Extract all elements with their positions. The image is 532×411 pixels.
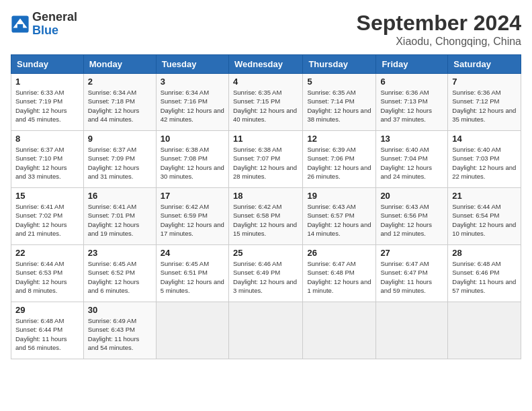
calendar-cell: 7 Sunrise: 6:36 AMSunset: 7:12 PMDayligh…: [448, 74, 521, 131]
calendar-cell: 30 Sunrise: 6:49 AMSunset: 6:43 PMDaylig…: [83, 302, 156, 359]
calendar-cell: 15 Sunrise: 6:41 AMSunset: 7:02 PMDaylig…: [11, 188, 84, 245]
day-info: Sunrise: 6:35 AMSunset: 7:14 PMDaylight:…: [307, 88, 371, 124]
day-info: Sunrise: 6:37 AMSunset: 7:10 PMDaylight:…: [15, 145, 79, 181]
day-info: Sunrise: 6:48 AMSunset: 6:44 PMDaylight:…: [15, 316, 79, 352]
day-number: 15: [15, 191, 79, 201]
day-header-sunday: Sunday: [11, 55, 84, 74]
day-header-thursday: Thursday: [303, 55, 376, 74]
day-number: 9: [88, 134, 152, 144]
calendar-cell: 24 Sunrise: 6:45 AMSunset: 6:51 PMDaylig…: [156, 245, 228, 302]
day-info: Sunrise: 6:35 AMSunset: 7:15 PMDaylight:…: [233, 88, 298, 124]
calendar-cell: [228, 302, 302, 359]
calendar-cell: 18 Sunrise: 6:42 AMSunset: 6:58 PMDaylig…: [228, 188, 302, 245]
day-info: Sunrise: 6:36 AMSunset: 7:13 PMDaylight:…: [380, 88, 443, 124]
calendar-cell: 10 Sunrise: 6:38 AMSunset: 7:08 PMDaylig…: [156, 131, 228, 188]
day-info: Sunrise: 6:38 AMSunset: 7:08 PMDaylight:…: [161, 145, 224, 181]
day-number: 14: [452, 134, 517, 144]
day-info: Sunrise: 6:34 AMSunset: 7:16 PMDaylight:…: [161, 88, 224, 124]
week-row-5: 29 Sunrise: 6:48 AMSunset: 6:44 PMDaylig…: [11, 302, 521, 359]
day-number: 20: [380, 191, 443, 201]
calendar-cell: 2 Sunrise: 6:34 AMSunset: 7:18 PMDayligh…: [83, 74, 156, 131]
day-info: Sunrise: 6:49 AMSunset: 6:43 PMDaylight:…: [88, 316, 152, 352]
week-row-4: 22 Sunrise: 6:44 AMSunset: 6:53 PMDaylig…: [11, 245, 521, 302]
day-number: 28: [452, 248, 517, 258]
day-info: Sunrise: 6:44 AMSunset: 6:53 PMDaylight:…: [15, 259, 79, 295]
calendar-cell: 6 Sunrise: 6:36 AMSunset: 7:13 PMDayligh…: [376, 74, 448, 131]
day-info: Sunrise: 6:44 AMSunset: 6:54 PMDaylight:…: [452, 202, 517, 238]
calendar-cell: [448, 302, 521, 359]
day-info: Sunrise: 6:34 AMSunset: 7:18 PMDaylight:…: [88, 88, 152, 124]
day-number: 19: [307, 191, 371, 201]
calendar-cell: 29 Sunrise: 6:48 AMSunset: 6:44 PMDaylig…: [11, 302, 84, 359]
calendar-cell: 19 Sunrise: 6:43 AMSunset: 6:57 PMDaylig…: [303, 188, 376, 245]
day-info: Sunrise: 6:46 AMSunset: 6:49 PMDaylight:…: [233, 259, 298, 295]
calendar-cell: 20 Sunrise: 6:43 AMSunset: 6:56 PMDaylig…: [376, 188, 448, 245]
day-number: 4: [233, 77, 298, 87]
calendar-cell: 4 Sunrise: 6:35 AMSunset: 7:15 PMDayligh…: [228, 74, 302, 131]
day-header-tuesday: Tuesday: [156, 55, 228, 74]
calendar-cell: 27 Sunrise: 6:47 AMSunset: 6:47 PMDaylig…: [376, 245, 448, 302]
day-number: 10: [161, 134, 224, 144]
week-row-3: 15 Sunrise: 6:41 AMSunset: 7:02 PMDaylig…: [11, 188, 521, 245]
day-info: Sunrise: 6:39 AMSunset: 7:06 PMDaylight:…: [307, 145, 371, 181]
day-number: 23: [88, 248, 152, 258]
calendar-cell: [156, 302, 228, 359]
day-info: Sunrise: 6:42 AMSunset: 6:59 PMDaylight:…: [161, 202, 224, 238]
day-number: 30: [88, 305, 152, 315]
svg-rect-2: [17, 24, 23, 29]
calendar-cell: [303, 302, 376, 359]
calendar-cell: 25 Sunrise: 6:46 AMSunset: 6:49 PMDaylig…: [228, 245, 302, 302]
day-header-wednesday: Wednesday: [228, 55, 302, 74]
calendar-cell: 14 Sunrise: 6:40 AMSunset: 7:03 PMDaylig…: [448, 131, 521, 188]
day-info: Sunrise: 6:45 AMSunset: 6:52 PMDaylight:…: [88, 259, 152, 295]
calendar-cell: 3 Sunrise: 6:34 AMSunset: 7:16 PMDayligh…: [156, 74, 228, 131]
month-year: September 2024: [357, 11, 521, 36]
day-number: 22: [15, 248, 79, 258]
calendar-cell: 21 Sunrise: 6:44 AMSunset: 6:54 PMDaylig…: [448, 188, 521, 245]
day-number: 5: [307, 77, 371, 87]
day-number: 27: [380, 248, 443, 258]
day-info: Sunrise: 6:47 AMSunset: 6:47 PMDaylight:…: [380, 259, 443, 295]
location: Xiaodu, Chongqing, China: [357, 36, 521, 48]
calendar-cell: 12 Sunrise: 6:39 AMSunset: 7:06 PMDaylig…: [303, 131, 376, 188]
logo-text: GeneralBlue: [32, 11, 77, 38]
calendar-cell: 13 Sunrise: 6:40 AMSunset: 7:04 PMDaylig…: [376, 131, 448, 188]
week-row-1: 1 Sunrise: 6:33 AMSunset: 7:19 PMDayligh…: [11, 74, 521, 131]
day-info: Sunrise: 6:40 AMSunset: 7:04 PMDaylight:…: [380, 145, 443, 181]
calendar-header-row: SundayMondayTuesdayWednesdayThursdayFrid…: [11, 55, 521, 74]
day-number: 1: [15, 77, 79, 87]
day-number: 21: [452, 191, 517, 201]
day-number: 24: [161, 248, 224, 258]
calendar-cell: 5 Sunrise: 6:35 AMSunset: 7:14 PMDayligh…: [303, 74, 376, 131]
day-number: 26: [307, 248, 371, 258]
calendar-cell: 26 Sunrise: 6:47 AMSunset: 6:48 PMDaylig…: [303, 245, 376, 302]
day-info: Sunrise: 6:41 AMSunset: 7:01 PMDaylight:…: [88, 202, 152, 238]
day-info: Sunrise: 6:47 AMSunset: 6:48 PMDaylight:…: [307, 259, 371, 295]
day-number: 17: [161, 191, 224, 201]
logo: GeneralBlue: [11, 11, 77, 38]
day-info: Sunrise: 6:43 AMSunset: 6:57 PMDaylight:…: [307, 202, 371, 238]
day-number: 13: [380, 134, 443, 144]
day-info: Sunrise: 6:40 AMSunset: 7:03 PMDaylight:…: [452, 145, 517, 181]
calendar-cell: 17 Sunrise: 6:42 AMSunset: 6:59 PMDaylig…: [156, 188, 228, 245]
day-number: 12: [307, 134, 371, 144]
day-number: 2: [88, 77, 152, 87]
day-header-monday: Monday: [83, 55, 156, 74]
day-info: Sunrise: 6:41 AMSunset: 7:02 PMDaylight:…: [15, 202, 79, 238]
day-info: Sunrise: 6:45 AMSunset: 6:51 PMDaylight:…: [161, 259, 224, 295]
calendar-cell: 22 Sunrise: 6:44 AMSunset: 6:53 PMDaylig…: [11, 245, 84, 302]
day-header-saturday: Saturday: [448, 55, 521, 74]
calendar-cell: 16 Sunrise: 6:41 AMSunset: 7:01 PMDaylig…: [83, 188, 156, 245]
day-info: Sunrise: 6:48 AMSunset: 6:46 PMDaylight:…: [452, 259, 517, 295]
calendar-cell: 8 Sunrise: 6:37 AMSunset: 7:10 PMDayligh…: [11, 131, 84, 188]
calendar-cell: 23 Sunrise: 6:45 AMSunset: 6:52 PMDaylig…: [83, 245, 156, 302]
day-header-friday: Friday: [376, 55, 448, 74]
day-number: 11: [233, 134, 298, 144]
day-info: Sunrise: 6:38 AMSunset: 7:07 PMDaylight:…: [233, 145, 298, 181]
day-number: 29: [15, 305, 79, 315]
calendar: SundayMondayTuesdayWednesdayThursdayFrid…: [11, 54, 521, 359]
day-info: Sunrise: 6:36 AMSunset: 7:12 PMDaylight:…: [452, 88, 517, 124]
calendar-cell: [376, 302, 448, 359]
day-number: 25: [233, 248, 298, 258]
day-info: Sunrise: 6:43 AMSunset: 6:56 PMDaylight:…: [380, 202, 443, 238]
